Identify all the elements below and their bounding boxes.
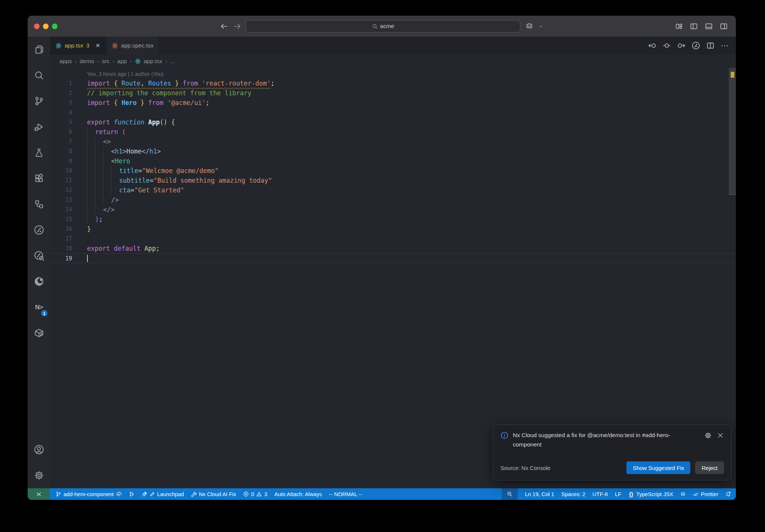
notification-gear-icon[interactable] (704, 432, 712, 439)
status-problems[interactable]: 03 (243, 491, 267, 497)
code-line-10[interactable]: 10 title="Welcmoe @acme/demo" (50, 166, 736, 176)
minimize-window-button[interactable] (43, 24, 49, 29)
line-content: ); (87, 214, 103, 224)
activity-circle-branch[interactable] (28, 217, 50, 243)
breadcrumb-item[interactable]: app (117, 58, 127, 65)
react-icon (135, 58, 141, 64)
status-encoding[interactable]: UTF-8 (592, 491, 608, 497)
code-line-14[interactable]: 14 </> (50, 205, 736, 214)
line-number: 3 (50, 98, 72, 108)
nav-back-icon[interactable] (220, 22, 228, 30)
status-vim-mode[interactable]: -- NORMAL -- (329, 491, 362, 497)
code-line-9[interactable]: 9 <Hero (50, 156, 736, 166)
notification-close-icon[interactable] (717, 432, 724, 439)
code-line-19[interactable]: 19 (50, 253, 736, 263)
info-icon (501, 432, 508, 439)
code-line-2[interactable]: 2// importing the component from the lib… (50, 88, 736, 98)
status-text: Spaces: 2 (561, 491, 586, 497)
breadcrumb[interactable]: apps›demo›src›app›app.tsx›... (50, 55, 736, 68)
activity-debug[interactable] (28, 114, 50, 140)
debug-icon (34, 122, 44, 132)
code-line-8[interactable]: 8 <h1>Home</h1> (50, 146, 736, 156)
status-git-branch[interactable]: add-hero-component (56, 491, 122, 497)
code-line-3[interactable]: 3import { Hero } from '@acme/ui'; (50, 98, 736, 108)
split-editor-icon[interactable] (706, 41, 715, 50)
git-blame-codelens[interactable]: You, 3 hours ago | 1 author (You) (87, 70, 736, 78)
activity-bar: N>1 (28, 37, 50, 488)
code-line-15[interactable]: 15 ); (50, 214, 736, 224)
breadcrumb-item[interactable]: ... (170, 58, 175, 65)
code-line-7[interactable]: 7 <> (50, 137, 736, 146)
more-icon[interactable]: ⋯ (721, 41, 729, 50)
line-number: 12 (50, 185, 72, 195)
activity-files[interactable] (28, 37, 50, 62)
activity-circle-branch-search[interactable] (28, 243, 50, 269)
zoom-window-button[interactable] (52, 24, 58, 29)
breadcrumb-item[interactable]: demo (80, 58, 94, 65)
status-notifications[interactable] (725, 491, 731, 497)
code-line-4[interactable]: 4 (50, 108, 736, 117)
rocket-icon (142, 491, 147, 497)
remote-indicator[interactable] (28, 488, 50, 500)
activity-source-control[interactable] (28, 88, 50, 114)
activity-nx[interactable]: N>1 (28, 294, 50, 320)
code-line-5[interactable]: 5export function App() { (50, 117, 736, 127)
status-indentation[interactable]: Spaces: 2 (561, 491, 586, 497)
tab-app.tsx[interactable]: app.tsx3✕ (50, 37, 106, 55)
code-line-11[interactable]: 11 subtitle="Build something amazing tod… (50, 176, 736, 185)
breadcrumb-separator: › (75, 58, 77, 64)
breadcrumb-item[interactable]: src (102, 58, 110, 65)
toggle-sidebar-left-icon[interactable] (690, 22, 698, 30)
breadcrumb-item[interactable]: app.tsx (144, 58, 162, 65)
status-launchpad[interactable]: Launchpad (142, 491, 184, 497)
code-line-18[interactable]: 18export default App; (50, 244, 736, 253)
activity-nodes[interactable] (28, 191, 50, 217)
activity-account[interactable] (28, 437, 50, 463)
run-circle-icon[interactable] (692, 41, 700, 50)
activity-gear[interactable] (28, 463, 50, 488)
search-icon (34, 70, 44, 80)
activity-edge[interactable] (28, 269, 50, 294)
status-gitlens[interactable] (129, 491, 134, 497)
status-nx-cloud-ai-fix[interactable]: Nx Cloud AI Fix (191, 491, 236, 497)
breadcrumb-item[interactable]: apps (59, 58, 72, 65)
react-icon (55, 43, 62, 49)
status-auto-attach[interactable]: Auto Attach: Always (274, 491, 322, 497)
toggle-sidebar-right-icon[interactable] (720, 22, 728, 30)
close-tab-icon[interactable]: ✕ (95, 42, 101, 49)
code-line-16[interactable]: 16} (50, 224, 736, 234)
toggle-panel-icon[interactable] (705, 22, 713, 30)
line-content (87, 254, 88, 263)
close-window-button[interactable] (34, 24, 40, 29)
activity-package[interactable] (28, 320, 50, 346)
code-line-1[interactable]: 1import { Route, Routes } from 'react-ro… (50, 78, 736, 88)
customize-layout-icon[interactable] (675, 22, 683, 30)
activity-beaker[interactable] (28, 140, 50, 166)
nav-forward-icon[interactable] (233, 22, 241, 30)
prev-change-icon[interactable] (648, 41, 656, 50)
code-line-6[interactable]: 6 return ( (50, 127, 736, 137)
status-text: Ln 19, Col 1 (525, 491, 554, 497)
command-center-search[interactable]: acme (246, 20, 520, 33)
status-cursor-position[interactable]: Ln 19, Col 1 (525, 491, 554, 497)
status-language[interactable]: {}TypeScript JSX (628, 491, 673, 497)
status-eol[interactable]: LF (615, 491, 621, 497)
next-change-icon[interactable] (677, 41, 685, 50)
line-number: 13 (50, 195, 72, 205)
line-number: 9 (50, 156, 72, 166)
status-zoom[interactable] (502, 488, 518, 500)
change-icon[interactable] (663, 41, 671, 50)
copilot-icon[interactable] (525, 22, 533, 30)
activity-search[interactable] (28, 62, 50, 88)
tab-app.spec.tsx[interactable]: app.spec.tsx (106, 37, 159, 55)
activity-extensions[interactable] (28, 166, 50, 191)
editor-scrollbar[interactable] (729, 68, 736, 195)
status-copilot[interactable] (680, 491, 686, 497)
reject-button[interactable]: Reject (695, 461, 724, 474)
show-suggested-fix-button[interactable]: Show Suggested Fix (626, 461, 691, 474)
code-line-17[interactable]: 17 (50, 234, 736, 244)
chevron-down-icon[interactable] (538, 24, 543, 29)
code-line-12[interactable]: 12 cta="Get Started" (50, 185, 736, 195)
code-line-13[interactable]: 13 /> (50, 195, 736, 205)
status-prettier[interactable]: Prettier (693, 491, 718, 497)
